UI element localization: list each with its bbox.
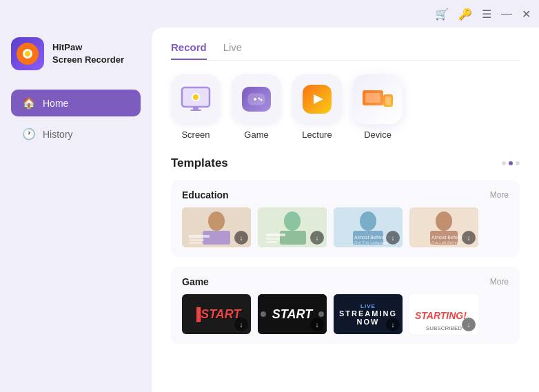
edu-thumb-4[interactable]: Almost Before We Got Left Behind ↓ bbox=[409, 207, 478, 247]
lecture-label: Lecture bbox=[302, 130, 332, 140]
brand-logo bbox=[11, 37, 44, 70]
svg-rect-13 bbox=[385, 96, 391, 105]
record-item-game[interactable]: Game bbox=[232, 74, 281, 140]
game-text-1: ▐START bbox=[192, 307, 241, 322]
game-thumb-2[interactable]: START ↓ bbox=[258, 294, 327, 334]
svg-rect-11 bbox=[365, 93, 380, 103]
game-4-download-icon[interactable]: ↓ bbox=[462, 318, 476, 331]
svg-rect-3 bbox=[190, 110, 201, 111]
svg-point-21 bbox=[284, 212, 301, 231]
close-icon[interactable]: ✕ bbox=[522, 8, 531, 21]
game-2-download-icon[interactable]: ↓ bbox=[310, 318, 324, 331]
svg-text:SUBSCRIBED: SUBSCRIBED bbox=[426, 325, 462, 331]
menu-icon[interactable]: ☰ bbox=[482, 8, 491, 21]
template-section-header-game: Game More bbox=[182, 276, 509, 287]
svg-rect-19 bbox=[189, 242, 201, 244]
game-thumbs: ▐START ↓ START ↓ LIVE STREAMING bbox=[182, 294, 509, 334]
svg-rect-22 bbox=[280, 231, 306, 245]
game-thumb-4[interactable]: STARTING! SUBSCRIBED ↓ bbox=[409, 294, 478, 334]
sidebar-item-history[interactable]: 🕐 History bbox=[11, 121, 141, 147]
template-section-game: Game More ▐START ↓ START ↓ bbox=[171, 267, 520, 344]
key-icon[interactable]: 🔑 bbox=[458, 8, 472, 21]
svg-point-15 bbox=[208, 212, 225, 231]
record-grid: Screen Game bbox=[171, 74, 520, 140]
edu-thumb-3[interactable]: Almost Before We Got The Language ↓ bbox=[334, 207, 403, 247]
svg-rect-18 bbox=[189, 239, 204, 241]
cart-icon[interactable]: 🛒 bbox=[435, 8, 449, 21]
main-content: Record Live Screen bbox=[152, 28, 539, 392]
home-icon: 🏠 bbox=[22, 96, 36, 110]
svg-marker-9 bbox=[314, 94, 323, 104]
lecture-icon bbox=[303, 85, 332, 114]
lecture-icon-box bbox=[292, 74, 342, 124]
minimize-icon[interactable]: — bbox=[501, 8, 512, 20]
brand-name: HitPaw Screen Recorder bbox=[52, 41, 124, 66]
svg-rect-17 bbox=[189, 235, 210, 238]
svg-point-27 bbox=[360, 212, 376, 231]
svg-rect-24 bbox=[266, 238, 280, 240]
game-3-download-icon[interactable]: ↓ bbox=[386, 318, 400, 331]
screen-label: Screen bbox=[181, 130, 210, 140]
svg-rect-2 bbox=[193, 107, 199, 110]
screen-icon-box bbox=[171, 74, 221, 124]
edu-1-download-icon[interactable]: ↓ bbox=[234, 231, 248, 245]
education-thumbs: ↓ ↓ bbox=[182, 207, 509, 247]
device-label: Device bbox=[364, 130, 391, 140]
record-item-lecture[interactable]: Lecture bbox=[292, 74, 342, 140]
game-more[interactable]: More bbox=[490, 277, 509, 287]
title-bar: 🛒 🔑 ☰ — ✕ bbox=[0, 0, 539, 28]
sidebar: HitPaw Screen Recorder 🏠 Home 🕐 History bbox=[0, 28, 152, 392]
templates-title: Templates bbox=[171, 156, 228, 170]
history-icon: 🕐 bbox=[22, 127, 36, 141]
dot-1 bbox=[502, 161, 506, 165]
svg-text:STARTING!: STARTING! bbox=[415, 310, 467, 321]
game-text-2: START bbox=[272, 307, 312, 322]
tabs: Record Live bbox=[171, 41, 520, 61]
templates-dots bbox=[502, 161, 520, 165]
dot-3 bbox=[516, 161, 520, 165]
record-item-device[interactable]: Device bbox=[353, 74, 403, 140]
svg-point-37 bbox=[261, 311, 266, 317]
svg-point-38 bbox=[318, 311, 324, 317]
sidebar-item-home[interactable]: 🏠 Home bbox=[11, 90, 141, 116]
brand-logo-center bbox=[23, 49, 32, 59]
education-more[interactable]: More bbox=[490, 190, 509, 200]
edu-4-download-icon[interactable]: ↓ bbox=[462, 231, 476, 245]
svg-text:Got Left Behind: Got Left Behind bbox=[431, 240, 460, 245]
svg-rect-23 bbox=[266, 234, 285, 236]
svg-text:Got The Language: Got The Language bbox=[354, 240, 389, 245]
game-icon bbox=[242, 87, 271, 112]
app-container: HitPaw Screen Recorder 🏠 Home 🕐 History … bbox=[0, 28, 539, 392]
template-section-header-education: Education More bbox=[182, 189, 509, 200]
edu-thumb-1[interactable]: ↓ bbox=[182, 207, 251, 247]
brand-logo-inner bbox=[17, 43, 39, 65]
brand: HitPaw Screen Recorder bbox=[11, 34, 141, 73]
svg-point-7 bbox=[258, 98, 261, 100]
svg-point-32 bbox=[436, 212, 452, 231]
svg-rect-25 bbox=[266, 241, 277, 243]
tab-live[interactable]: Live bbox=[223, 41, 243, 60]
game-icon-box bbox=[232, 74, 281, 124]
game-title: Game bbox=[182, 276, 209, 287]
record-item-screen[interactable]: Screen bbox=[171, 74, 221, 140]
education-title: Education bbox=[182, 189, 229, 200]
dot-2 bbox=[509, 161, 513, 165]
edu-thumb-2[interactable]: ↓ bbox=[258, 207, 327, 247]
tab-record[interactable]: Record bbox=[171, 41, 207, 60]
svg-point-8 bbox=[261, 99, 263, 101]
game-thumb-3[interactable]: LIVE STREAMING NOW ↓ bbox=[334, 294, 403, 334]
svg-point-1 bbox=[192, 94, 199, 101]
game-1-download-icon[interactable]: ↓ bbox=[234, 318, 248, 331]
template-section-education: Education More ↓ bbox=[171, 180, 520, 257]
templates-header: Templates bbox=[171, 156, 520, 170]
device-icon-box bbox=[353, 74, 403, 124]
game-thumb-1[interactable]: ▐START ↓ bbox=[182, 294, 251, 334]
edu-2-download-icon[interactable]: ↓ bbox=[310, 231, 324, 245]
edu-3-download-icon[interactable]: ↓ bbox=[386, 231, 400, 245]
game-label: Game bbox=[244, 130, 268, 140]
